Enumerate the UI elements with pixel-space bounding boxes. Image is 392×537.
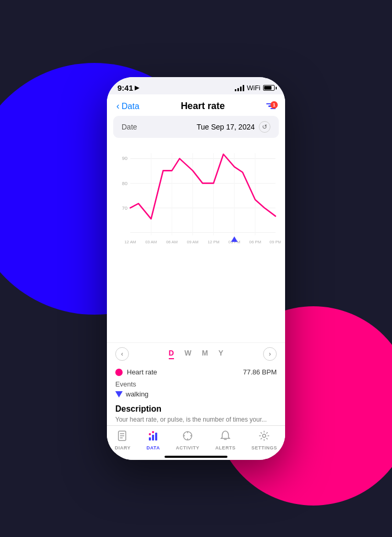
tab-week[interactable]: W	[184, 349, 191, 359]
tab-item-diary[interactable]: DIARY	[115, 430, 130, 450]
signal-bars-icon	[235, 85, 244, 91]
home-indicator	[165, 456, 227, 458]
description-section: Description Your heart rate, or pulse, i…	[107, 400, 285, 425]
tab-day[interactable]: D	[169, 349, 174, 359]
svg-text:06 AM: 06 AM	[166, 240, 178, 244]
refresh-button[interactable]: ↺	[259, 121, 270, 133]
events-label: Events	[115, 380, 277, 388]
activity-icon	[182, 430, 193, 444]
tab-year[interactable]: Y	[219, 349, 223, 359]
svg-text:80: 80	[122, 180, 127, 186]
diary-tab-label: DIARY	[115, 445, 130, 450]
event-marker-icon	[231, 237, 238, 242]
back-label: Data	[122, 102, 139, 111]
battery-fill	[264, 86, 271, 90]
refresh-icon: ↺	[262, 123, 267, 131]
filter-button[interactable]: 1	[266, 103, 276, 110]
description-title: Description	[115, 404, 277, 414]
diary-icon	[117, 430, 128, 444]
nav-bar: ‹ Data Heart rate 1	[107, 94, 285, 116]
heart-rate-line	[130, 154, 276, 219]
date-value-wrap: Tue Sep 17, 2024 ↺	[197, 121, 270, 133]
events-section: Events walking	[107, 380, 285, 400]
filter-badge: 1	[270, 101, 278, 109]
period-tabs: D W M Y	[169, 349, 223, 359]
svg-text:06 PM: 06 PM	[249, 240, 262, 244]
heart-rate-value: 77.86 BPM	[243, 368, 277, 376]
svg-rect-27	[155, 433, 157, 441]
status-icons: WiFi	[235, 84, 275, 92]
svg-point-36	[263, 434, 266, 437]
settings-tab-label: SETTINGS	[252, 445, 277, 450]
tab-item-data[interactable]: DATA	[147, 430, 160, 450]
svg-rect-25	[149, 437, 151, 441]
svg-text:09 PM: 09 PM	[269, 240, 281, 244]
period-selector: ‹ D W M Y ›	[107, 342, 285, 365]
svg-point-28	[149, 433, 151, 435]
svg-text:70: 70	[122, 205, 127, 211]
legend-left: Heart rate	[115, 368, 157, 376]
svg-text:03 AM: 03 AM	[145, 240, 157, 244]
date-value: Tue Sep 17, 2024	[197, 123, 255, 131]
heart-rate-legend-label: Heart rate	[127, 368, 157, 376]
tab-item-settings[interactable]: SETTINGS	[252, 430, 277, 450]
location-arrow-icon: ▶	[135, 84, 139, 91]
phone-content: ‹ Data Heart rate 1 Date Tue Sep 17	[107, 94, 285, 460]
tab-bar: DIARY DATA	[107, 425, 285, 453]
wifi-icon: WiFi	[247, 84, 260, 92]
chart-area: 90 80 70 12 AM 03 AM 06 AM 09 AM 12 PM 0…	[107, 138, 285, 342]
data-icon	[147, 430, 159, 444]
svg-text:12 PM: 12 PM	[208, 240, 220, 244]
event-item-walking: walking	[115, 390, 277, 398]
alerts-tab-label: ALERTS	[215, 445, 236, 450]
svg-rect-26	[152, 435, 154, 441]
svg-text:09 AM: 09 AM	[187, 240, 199, 244]
phone: 9:41 ▶ WiFi ‹	[107, 77, 285, 460]
date-row: Date Tue Sep 17, 2024 ↺	[113, 116, 279, 138]
next-period-button[interactable]: ›	[263, 347, 277, 361]
svg-point-29	[152, 431, 154, 433]
svg-text:90: 90	[122, 156, 127, 162]
chart-container: 90 80 70 12 AM 03 AM 06 AM 09 AM 12 PM 0…	[111, 142, 281, 263]
time-label: 9:41	[117, 83, 133, 92]
legend-area: Heart rate 77.86 BPM	[107, 365, 285, 380]
event-triangle-icon	[115, 391, 123, 398]
battery-icon	[263, 85, 275, 91]
back-button[interactable]: ‹ Data	[116, 101, 139, 112]
settings-icon	[258, 430, 270, 444]
prev-period-button[interactable]: ‹	[115, 347, 129, 361]
back-chevron-icon: ‹	[116, 101, 119, 112]
heart-rate-chart: 90 80 70 12 AM 03 AM 06 AM 09 AM 12 PM 0…	[111, 142, 281, 263]
tab-month[interactable]: M	[202, 349, 208, 359]
data-tab-label: DATA	[147, 445, 160, 450]
status-time: 9:41 ▶	[117, 83, 139, 92]
date-label: Date	[122, 123, 137, 131]
phone-wrapper: 9:41 ▶ WiFi ‹	[107, 77, 285, 460]
activity-tab-label: ACTIVITY	[176, 445, 199, 450]
svg-text:12 AM: 12 AM	[124, 240, 136, 244]
tab-item-alerts[interactable]: ALERTS	[215, 430, 236, 450]
heart-rate-legend-item: Heart rate 77.86 BPM	[115, 368, 277, 376]
status-bar: 9:41 ▶ WiFi	[107, 77, 285, 94]
tab-item-activity[interactable]: ACTIVITY	[176, 430, 199, 450]
page-title: Heart rate	[181, 101, 225, 112]
alerts-icon	[220, 430, 231, 444]
description-text: Your heart rate, or pulse, is the number…	[115, 416, 277, 423]
event-name: walking	[126, 390, 148, 398]
heart-rate-dot-icon	[115, 369, 123, 376]
next-arrow-icon: ›	[269, 350, 271, 358]
prev-arrow-icon: ‹	[121, 350, 123, 358]
